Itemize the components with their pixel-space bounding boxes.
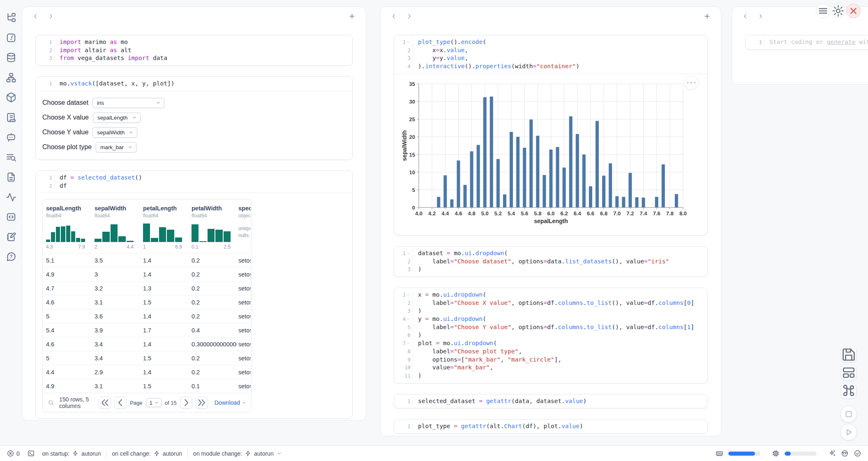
histogram-bar [56, 227, 60, 242]
package-icon[interactable] [6, 92, 16, 103]
autorun-setting[interactable]: on startup:autorun [42, 450, 101, 457]
fold-chevron-icon[interactable] [406, 251, 411, 256]
generate-link[interactable]: generate [827, 39, 856, 45]
svg-text:30: 30 [409, 98, 415, 104]
terminal-icon[interactable] [27, 449, 35, 457]
scroll-icon[interactable] [6, 112, 16, 123]
fold-chevron-icon[interactable] [406, 40, 411, 44]
table-row[interactable]: 4.42.91.40.2setosa [43, 365, 252, 379]
chevron-right-icon[interactable] [47, 13, 54, 20]
download-button[interactable]: Download [215, 399, 247, 406]
ai-placeholder[interactable]: Start coding or generate with AI. [764, 38, 868, 46]
table-cell: 1.3 [140, 285, 188, 292]
dropdown-select[interactable]: sepalWidth [92, 127, 137, 138]
table-row[interactable]: 4.931.40.2setosa [43, 267, 252, 281]
search-icon[interactable] [48, 399, 54, 406]
chart-menu-icon[interactable] [684, 76, 698, 90]
first-page-button[interactable] [99, 396, 111, 409]
code-square-icon[interactable] [6, 212, 16, 222]
table-column-header[interactable]: sepalWidthfloat6424.4 [91, 205, 140, 250]
line-number: 10 [394, 364, 413, 372]
code-text: mo.vstack([dataset, x, y, plot]) [55, 80, 174, 88]
code-editor[interactable]: 1import marimo as mo2import altair as al… [36, 35, 352, 65]
svg-text:5.4: 5.4 [508, 210, 515, 217]
table-row[interactable]: 53.61.40.2setosa [43, 309, 252, 323]
plus-icon[interactable] [348, 12, 356, 20]
table-cell: 5 [43, 355, 91, 362]
fold-chevron-icon[interactable] [406, 293, 411, 297]
line-number: 2 [394, 258, 413, 266]
help-icon[interactable]: ? [6, 251, 16, 262]
list-search-icon[interactable] [6, 152, 16, 163]
chevron-right-icon[interactable] [757, 13, 764, 20]
page-select[interactable]: 1 [146, 398, 162, 407]
workflow-icon[interactable] [6, 72, 16, 83]
code-editor[interactable]: 1 Start coding or generate with AI. [746, 35, 868, 49]
table-row[interactable]: 4.63.41.40.3000000000000004setosa [43, 337, 252, 351]
chevron-left-icon[interactable] [742, 13, 749, 20]
dropdown-select[interactable]: mark_bar [96, 142, 136, 152]
fold-chevron-icon[interactable] [406, 341, 411, 346]
autorun-setting[interactable]: on module change:autorun [193, 450, 282, 457]
table-row[interactable]: 5.13.51.40.2setosa [43, 253, 252, 267]
last-page-button[interactable] [196, 396, 208, 409]
table-row[interactable]: 5.43.91.70.4setosa [43, 323, 252, 337]
code-editor[interactable]: 1dataset = mo.ui.dropdown(2 label="Choos… [394, 247, 707, 277]
chevron-left-icon[interactable] [32, 13, 39, 20]
table-row[interactable]: 4.93.11.50.1setosa [43, 379, 252, 393]
code-line: 1selected_dataset = getattr(data, datase… [394, 397, 707, 406]
database-icon[interactable] [6, 52, 16, 63]
sparkles-icon[interactable] [828, 449, 836, 457]
table-row[interactable]: 53.41.50.2setosa [43, 351, 252, 365]
table-row[interactable]: 4.63.11.50.2setosa [43, 295, 252, 309]
connection-status-icon[interactable] [854, 449, 861, 457]
code-editor[interactable]: 1plot_type = getattr(alt.Chart(df), plot… [394, 420, 707, 433]
file-text-icon[interactable] [6, 172, 16, 182]
plus-icon[interactable] [703, 12, 711, 20]
altair-bar-chart[interactable]: 4.04.24.44.64.85.05.25.45.65.86.06.26.46… [397, 79, 707, 232]
prev-page-button[interactable] [114, 396, 127, 409]
code-editor[interactable]: 1x = mo.ui.dropdown(2 label="Choose X va… [394, 288, 707, 383]
layout-icon[interactable] [841, 365, 856, 380]
menu-icon[interactable] [816, 4, 830, 18]
code-line: 3from vega_datasets import data [36, 54, 352, 62]
table-column-header[interactable]: petalLengthfloat6416.9 [140, 205, 188, 250]
line-number: 1 [394, 38, 413, 46]
notebook-pen-icon[interactable] [6, 232, 16, 242]
chevron-left-icon[interactable] [390, 13, 397, 20]
dropdown-value: iris [97, 100, 104, 106]
table-row[interactable]: 4.73.21.30.2setosa [43, 281, 252, 295]
save-icon[interactable] [841, 347, 856, 362]
copilot-icon[interactable] [841, 449, 849, 457]
code-editor[interactable]: 1mo.vstack([dataset, x, y, plot]) [36, 77, 352, 91]
table-column-header[interactable]: speciesobjectunique:nulls: [237, 205, 251, 250]
code-editor[interactable]: 1df = selected_dataset()2df [36, 171, 352, 193]
dropdown-select[interactable]: iris [92, 98, 164, 108]
close-icon[interactable] [846, 4, 861, 18]
svg-text:5.2: 5.2 [494, 210, 502, 217]
errors-icon[interactable] [7, 449, 14, 457]
autorun-value: autorun [81, 450, 101, 457]
code-text: ).interactive().properties(width="contai… [413, 62, 579, 71]
function-square-icon[interactable]: f [6, 32, 16, 43]
chevron-right-icon[interactable] [406, 13, 413, 20]
table-cell: 0.2 [188, 313, 237, 320]
fold-chevron-icon[interactable] [406, 317, 411, 321]
code-editor[interactable]: 1selected_dataset = getattr(data, datase… [394, 394, 707, 408]
chart-svg: 4.04.24.44.64.85.05.25.45.65.86.06.26.46… [397, 79, 703, 230]
code-line: 2df [36, 182, 352, 190]
gear-icon[interactable] [831, 4, 845, 18]
autorun-setting[interactable]: on cell change:autorun [112, 450, 182, 457]
file-tree-icon[interactable] [6, 12, 16, 23]
activity-icon[interactable] [6, 192, 16, 203]
command-palette-icon[interactable] [841, 383, 856, 399]
code-editor[interactable]: 1plot_type().encode(2 x=x.value,3 y=y.va… [394, 35, 707, 74]
table-summary: 150 rows, 5 columns [59, 396, 92, 409]
table-column-header[interactable]: petalWidthfloat640.12.5 [188, 205, 237, 250]
next-page-button[interactable] [180, 396, 192, 409]
run-icon[interactable] [841, 424, 856, 440]
dropdown-select[interactable]: sepalLength [93, 113, 141, 123]
stop-icon[interactable] [841, 406, 856, 422]
bot-icon[interactable] [6, 132, 16, 143]
table-column-header[interactable]: sepalLengthfloat644.37.9 [43, 205, 91, 250]
